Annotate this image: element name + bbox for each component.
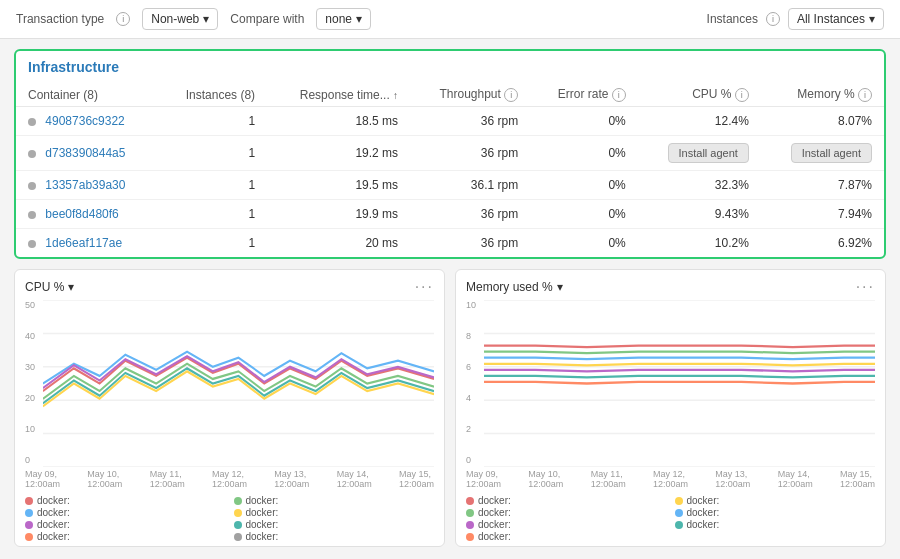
- legend-dot: [25, 497, 33, 505]
- cpu-chart-panel: CPU % ▾ ··· 50 40 30 20 10 0: [14, 269, 445, 547]
- legend-dot: [675, 497, 683, 505]
- transaction-type-select[interactable]: Non-web ▾: [142, 8, 218, 30]
- legend-label: docker:: [687, 495, 720, 506]
- cpu-legend-item: docker:: [25, 519, 226, 530]
- container-cell: 13357ab39a30: [16, 171, 158, 200]
- chevron-down-icon: ▾: [557, 280, 563, 294]
- memory-cell: 6.92%: [761, 229, 884, 258]
- legend-dot: [675, 509, 683, 517]
- response-time-cell: 19.5 ms: [267, 171, 410, 200]
- install-agent-memory-button[interactable]: Install agent: [791, 143, 872, 163]
- container-status-dot: [28, 211, 36, 219]
- memory-col-header: Memory % i: [761, 83, 884, 107]
- memory-cell: Install agent: [761, 136, 884, 171]
- container-link[interactable]: bee0f8d480f6: [45, 207, 118, 221]
- instances-section: Instances i All Instances ▾: [707, 8, 884, 30]
- memory-x-labels: May 09,12:00am May 10,12:00am May 11,12:…: [466, 467, 875, 491]
- cpu-legend-item: docker:: [234, 519, 435, 530]
- infrastructure-header: Infrastructure: [16, 51, 884, 83]
- memory-legend-item: docker:: [466, 495, 667, 506]
- legend-dot: [234, 533, 242, 541]
- container-link[interactable]: 4908736c9322: [45, 114, 124, 128]
- container-cell: 4908736c9322: [16, 107, 158, 136]
- error-rate-cell: 0%: [530, 200, 638, 229]
- error-rate-cell: 0%: [530, 136, 638, 171]
- response-time-cell: 20 ms: [267, 229, 410, 258]
- throughput-info-icon[interactable]: i: [504, 88, 518, 102]
- memory-chart-panel: Memory used % ▾ ··· 10 8 6 4 2 0: [455, 269, 886, 547]
- container-link[interactable]: d738390844a5: [45, 146, 125, 160]
- legend-label: docker:: [37, 507, 70, 518]
- cpu-cell: 9.43%: [638, 200, 761, 229]
- error-rate-info-icon[interactable]: i: [612, 88, 626, 102]
- instances-select[interactable]: All Instances ▾: [788, 8, 884, 30]
- legend-dot: [25, 509, 33, 517]
- main-content: Infrastructure Container (8) Instances (…: [0, 39, 900, 557]
- legend-label: docker:: [478, 519, 511, 530]
- cpu-cell: Install agent: [638, 136, 761, 171]
- transaction-type-info-icon[interactable]: i: [116, 12, 130, 26]
- table-row: 4908736c9322 1 18.5 ms 36 rpm 0% 12.4% 8…: [16, 107, 884, 136]
- memory-info-icon[interactable]: i: [858, 88, 872, 102]
- cpu-chart-inner: 50 40 30 20 10 0: [25, 300, 434, 467]
- transaction-type-label: Transaction type: [16, 12, 104, 26]
- compare-with-select[interactable]: none ▾: [316, 8, 371, 30]
- container-status-dot: [28, 118, 36, 126]
- cpu-legend-item: docker:: [25, 495, 226, 506]
- charts-row: CPU % ▾ ··· 50 40 30 20 10 0: [14, 269, 886, 547]
- container-link[interactable]: 1de6eaf117ae: [45, 236, 122, 250]
- legend-label: docker:: [478, 507, 511, 518]
- memory-legend-item: docker:: [466, 507, 667, 518]
- chevron-down-icon: ▾: [869, 12, 875, 26]
- cpu-x-labels: May 09,12:00am May 10,12:00am May 11,12:…: [25, 467, 434, 491]
- error-rate-cell: 0%: [530, 229, 638, 258]
- throughput-cell: 36 rpm: [410, 229, 530, 258]
- legend-dot: [466, 533, 474, 541]
- throughput-cell: 36.1 rpm: [410, 171, 530, 200]
- legend-dot: [25, 521, 33, 529]
- memory-legend-item: docker:: [675, 519, 876, 530]
- instances-label: Instances: [707, 12, 758, 26]
- memory-legend: docker:docker:docker:docker:docker:docke…: [466, 491, 875, 542]
- memory-chart-svg-wrap: [466, 300, 875, 467]
- chevron-down-icon: ▾: [356, 12, 362, 26]
- legend-dot: [466, 497, 474, 505]
- table-wrapper: Container (8) Instances (8) Response tim…: [16, 83, 884, 257]
- memory-chart-title: Memory used %: [466, 280, 553, 294]
- memory-chart-svg: [484, 300, 875, 467]
- install-agent-cpu-button[interactable]: Install agent: [668, 143, 749, 163]
- memory-cell: 8.07%: [761, 107, 884, 136]
- legend-label: docker:: [687, 519, 720, 530]
- legend-label: docker:: [37, 531, 70, 542]
- instances-info-icon[interactable]: i: [766, 12, 780, 26]
- cpu-legend-item: docker:: [25, 507, 226, 518]
- memory-legend-item: docker:: [675, 507, 876, 518]
- cpu-chart-menu-icon[interactable]: ···: [415, 278, 434, 296]
- memory-chart-menu-icon[interactable]: ···: [856, 278, 875, 296]
- container-status-dot: [28, 182, 36, 190]
- legend-dot: [675, 521, 683, 529]
- error-rate-cell: 0%: [530, 107, 638, 136]
- memory-chart-title-button[interactable]: Memory used % ▾: [466, 280, 563, 294]
- error-rate-col-header: Error rate i: [530, 83, 638, 107]
- container-cell: 1de6eaf117ae: [16, 229, 158, 258]
- memory-cell: 7.87%: [761, 171, 884, 200]
- cpu-chart-svg: [43, 300, 434, 467]
- container-status-dot: [28, 240, 36, 248]
- legend-dot: [234, 497, 242, 505]
- instances-cell: 1: [158, 200, 267, 229]
- instances-cell: 1: [158, 136, 267, 171]
- cpu-chart-title-button[interactable]: CPU % ▾: [25, 280, 74, 294]
- cpu-legend-item: docker:: [234, 531, 435, 542]
- cpu-legend-item: docker:: [234, 507, 435, 518]
- infrastructure-table-section: Infrastructure Container (8) Instances (…: [14, 49, 886, 259]
- legend-label: docker:: [246, 519, 279, 530]
- legend-label: docker:: [37, 495, 70, 506]
- chevron-down-icon: ▾: [68, 280, 74, 294]
- memory-legend-item: docker:: [466, 531, 667, 542]
- table-row: 1de6eaf117ae 1 20 ms 36 rpm 0% 10.2% 6.9…: [16, 229, 884, 258]
- container-link[interactable]: 13357ab39a30: [45, 178, 125, 192]
- instances-cell: 1: [158, 229, 267, 258]
- cpu-info-icon[interactable]: i: [735, 88, 749, 102]
- container-col-header: Container (8): [16, 83, 158, 107]
